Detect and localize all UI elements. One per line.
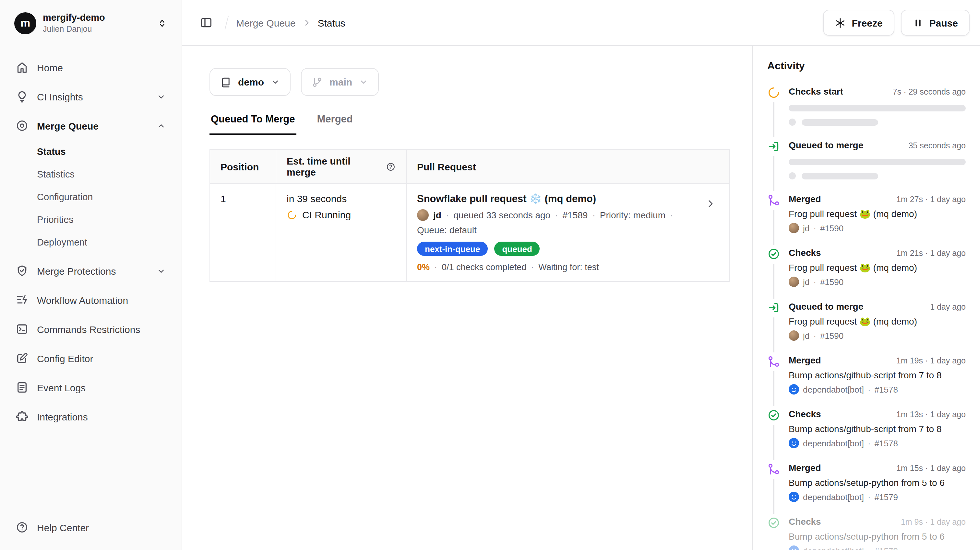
- repository-select[interactable]: demo: [210, 68, 291, 96]
- event-pr-number: #1590: [820, 223, 843, 233]
- sidebar-item-config-editor[interactable]: Config Editor: [9, 346, 172, 371]
- sidebar-item-label: Merge Protections: [37, 265, 116, 276]
- activity-event[interactable]: Merged 1m 15s · 1 day ago Bump actions/s…: [767, 463, 966, 502]
- sidebar-item-deployment[interactable]: Deployment: [9, 231, 172, 253]
- pause-icon: [913, 17, 924, 28]
- tab-queued-to-merge[interactable]: Queued To Merge: [210, 113, 296, 135]
- sidebar-item-statistics[interactable]: Statistics: [9, 163, 172, 185]
- repository-icon: [220, 76, 232, 88]
- sidebar-item-priorities[interactable]: Priorities: [9, 209, 172, 230]
- circle-check-icon: [767, 247, 780, 260]
- queued-to-merge-icon: [767, 301, 780, 314]
- event-pr-number: #1590: [820, 331, 843, 341]
- event-title: Checks start: [789, 86, 843, 97]
- panel-left-icon: [200, 16, 213, 29]
- event-meta: dependabot[bot] · #1578: [789, 384, 966, 395]
- skeleton-bar: [802, 119, 878, 125]
- sidebar-item-integrations[interactable]: Integrations: [9, 404, 172, 429]
- event-time: 1m 13s · 1 day ago: [896, 410, 966, 419]
- sidebar-item-label: Event Logs: [37, 382, 86, 393]
- column-pull-request: Pull Request: [407, 150, 729, 183]
- sidebar-item-home[interactable]: Home: [9, 55, 172, 80]
- skeleton-dot: [789, 119, 796, 126]
- column-label: Est. time until merge: [287, 155, 381, 178]
- git-merge-icon: [767, 194, 780, 207]
- org-switcher[interactable]: m mergify-demo Julien Danjou: [9, 8, 172, 38]
- shield-check-icon: [16, 264, 29, 277]
- sidebar-item-help-center[interactable]: Help Center: [9, 515, 172, 540]
- row-est-time: in 39 seconds CI Running: [276, 184, 407, 282]
- event-meta: dependabot[bot] · #1578: [789, 438, 966, 448]
- pr-meta: jd · queued 33 seconds ago · #1589 · Pri…: [417, 209, 676, 236]
- freeze-button[interactable]: Freeze: [823, 10, 894, 36]
- sidebar-item-commands-restrictions[interactable]: Commands Restrictions: [9, 317, 172, 341]
- event-title: Merged: [789, 355, 821, 365]
- sidebar-item-status[interactable]: Status: [9, 141, 172, 162]
- event-header: Checks 1m 21s · 1 day ago: [789, 247, 966, 258]
- info-icon[interactable]: [386, 162, 396, 171]
- dependabot-icon: [789, 492, 799, 502]
- event-author: jd: [803, 331, 810, 341]
- queue-row[interactable]: 1 in 39 seconds CI Running Snowflake pul…: [210, 184, 729, 282]
- separator: ·: [531, 263, 534, 273]
- checks-percentage: 0%: [417, 263, 430, 273]
- separator: ·: [592, 209, 595, 221]
- ci-running-spinner-icon: [287, 209, 297, 220]
- breadcrumb-status: Status: [318, 17, 345, 28]
- pr-priority: Priority: medium: [600, 209, 665, 221]
- sidebar-item-merge-queue[interactable]: Merge Queue: [9, 113, 172, 138]
- sidebar-item-merge-protections[interactable]: Merge Protections: [9, 258, 172, 283]
- event-author: dependabot[bot]: [803, 546, 864, 550]
- event-pr-number: #1579: [875, 492, 898, 502]
- freeze-label: Freeze: [852, 17, 883, 28]
- event-pr-title: Frog pull request 🐸 (mq demo): [789, 209, 966, 219]
- activity-event[interactable]: Queued to merge 35 seconds ago: [767, 140, 966, 179]
- activity-event[interactable]: Checks start 7s · 29 seconds ago: [767, 86, 966, 126]
- sidebar-item-ci-insights[interactable]: CI Insights: [9, 84, 172, 109]
- chevron-down-icon: [156, 266, 166, 276]
- puzzle-icon: [16, 410, 29, 423]
- chevron-right-icon: [705, 198, 716, 209]
- event-meta: dependabot[bot] · #1579: [789, 545, 966, 550]
- sidebar-item-configuration[interactable]: Configuration: [9, 186, 172, 207]
- event-meta: jd · #1590: [789, 277, 966, 287]
- sidebar-toggle-button[interactable]: [195, 12, 217, 34]
- separator: ·: [868, 546, 871, 550]
- event-pr-number: #1578: [875, 438, 898, 448]
- circle-check-icon: [767, 516, 780, 529]
- sidebar-item-event-logs[interactable]: Event Logs: [9, 375, 172, 400]
- separator: ·: [434, 263, 437, 273]
- event-header: Merged 1m 27s · 1 day ago: [789, 194, 966, 204]
- merge-queue-icon: [16, 119, 29, 132]
- divider: [225, 16, 229, 30]
- pause-button[interactable]: Pause: [901, 10, 970, 36]
- git-merge-icon: [767, 463, 780, 476]
- activity-event[interactable]: Checks 1m 9s · 1 day ago Bump actions/se…: [767, 516, 966, 550]
- activity-event[interactable]: Checks 1m 13s · 1 day ago Bump actions/g…: [767, 409, 966, 448]
- event-author: jd: [803, 223, 810, 233]
- sidebar-item-label: Config Editor: [37, 353, 93, 364]
- activity-event[interactable]: Checks 1m 21s · 1 day ago Frog pull requ…: [767, 247, 966, 287]
- tab-merged[interactable]: Merged: [316, 113, 354, 135]
- org-user: Julien Danjou: [43, 24, 151, 35]
- separator: ·: [868, 438, 871, 448]
- event-time: 1m 9s · 1 day ago: [901, 518, 966, 527]
- event-title: Queued to merge: [789, 301, 863, 312]
- event-meta: jd · #1590: [789, 223, 966, 233]
- merge-queue-subnav: Status Statistics Configuration Prioriti…: [9, 141, 172, 254]
- row-position: 1: [210, 184, 276, 282]
- pr-author: jd: [433, 209, 441, 221]
- workflow-automation-icon: [16, 293, 29, 306]
- activity-event[interactable]: Merged 1m 19s · 1 day ago Bump actions/g…: [767, 355, 966, 395]
- activity-event[interactable]: Merged 1m 27s · 1 day ago Frog pull requ…: [767, 194, 966, 233]
- event-author: dependabot[bot]: [803, 438, 864, 448]
- activity-event[interactable]: Queued to merge 1 day ago Frog pull requ…: [767, 301, 966, 341]
- tabs: Queued To Merge Merged: [210, 113, 354, 135]
- breadcrumb-merge-queue[interactable]: Merge Queue: [236, 17, 296, 28]
- branch-select[interactable]: main: [301, 68, 379, 96]
- skeleton-row: [789, 119, 966, 126]
- sidebar-item-workflow-automation[interactable]: Workflow Automation: [9, 288, 172, 312]
- org-name: mergify-demo: [43, 12, 151, 24]
- event-header: Checks 1m 13s · 1 day ago: [789, 409, 966, 419]
- sidebar-item-label: Commands Restrictions: [37, 323, 140, 334]
